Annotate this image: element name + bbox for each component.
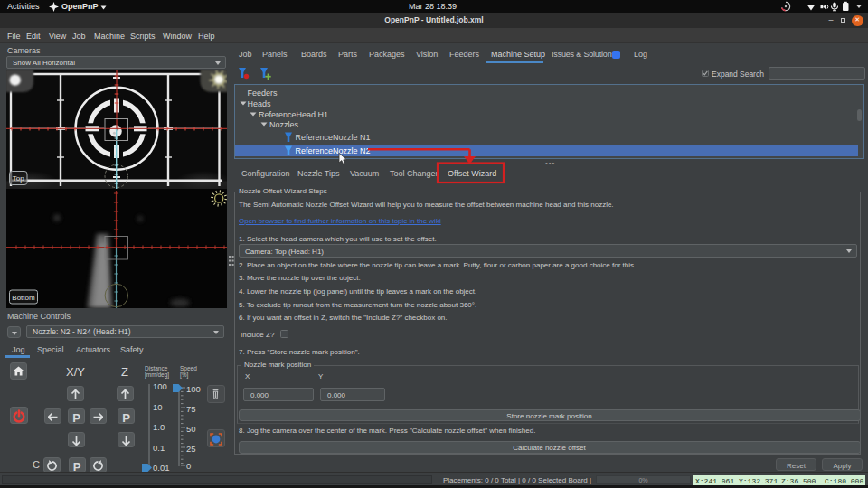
svg-text:Bottom: Bottom [12, 294, 35, 302]
svg-text:Top: Top [13, 174, 24, 183]
